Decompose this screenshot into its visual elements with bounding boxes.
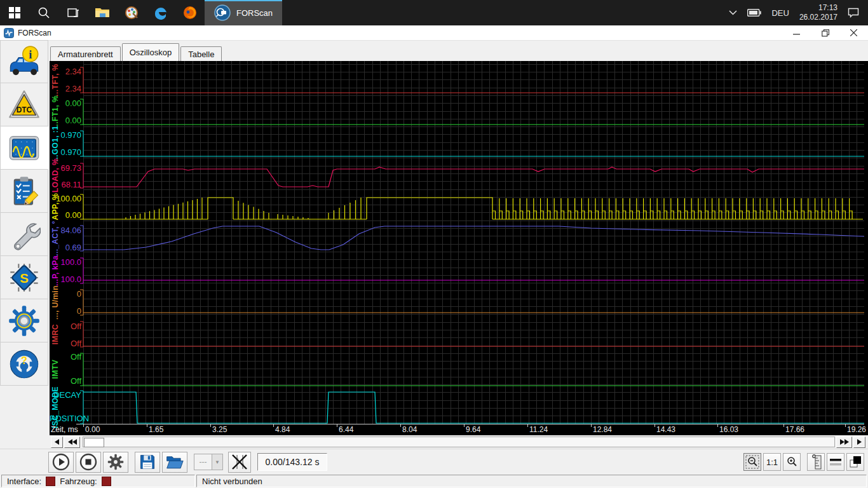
file-explorer-button[interactable] [88, 0, 117, 25]
arrow-right-icon [857, 439, 862, 445]
keyboard-layout-indicator[interactable]: DEU [771, 8, 789, 18]
markers-off-button[interactable] [228, 452, 251, 473]
minimize-icon [793, 29, 800, 36]
play-icon [52, 453, 70, 471]
channel-value-label: 0.00 [50, 210, 81, 220]
double-arrow-right-icon [840, 439, 849, 445]
markers-crossed-icon [231, 454, 248, 470]
oscilloscope-plot[interactable] [50, 61, 868, 435]
save-button[interactable] [135, 452, 160, 473]
sidebar-item-tests[interactable] [0, 170, 48, 213]
test-checklist-icon [8, 175, 41, 208]
signal-select-dropdown[interactable]: --- ▼ [194, 454, 223, 470]
app-window-icon [4, 28, 14, 38]
sidebar-item-help[interactable]: ? [0, 342, 48, 386]
stop-button[interactable] [76, 452, 101, 473]
window-titlebar[interactable]: FORScan [0, 25, 868, 41]
oscilloscope-icon [8, 132, 41, 165]
open-button[interactable] [162, 452, 187, 473]
play-button[interactable] [48, 452, 74, 473]
scroll-step-right-button[interactable] [853, 437, 865, 448]
time-tick-label: 12.84 [593, 425, 612, 434]
double-arrow-left-icon [68, 439, 77, 445]
time-tick-label: 9.64 [466, 425, 480, 434]
close-icon [850, 29, 857, 36]
zoom-out-button[interactable] [743, 453, 761, 471]
status-bar: Interface: Fahrzeug: Nicht verbunden [0, 474, 868, 488]
color-scheme-button[interactable] [846, 453, 864, 471]
channel-value-label: 0 [50, 306, 81, 316]
search-icon [37, 6, 50, 19]
svg-text:i: i [29, 48, 32, 61]
zoom-in-button[interactable] [783, 453, 801, 471]
firefox-button[interactable] [175, 0, 205, 25]
start-button[interactable] [0, 0, 29, 25]
maximize-button[interactable] [811, 25, 839, 40]
scroll-page-right-button[interactable] [836, 437, 852, 448]
time-tick-label: 19.26 [847, 425, 866, 434]
scroll-page-left-button[interactable] [64, 437, 80, 448]
interface-status-led [46, 477, 55, 486]
task-view-button[interactable] [58, 0, 88, 25]
chip-icon: S [8, 261, 41, 294]
action-center-icon[interactable] [848, 8, 859, 18]
tab-tabelle[interactable]: Tabelle [180, 46, 222, 61]
clock[interactable]: 17:13 26.02.2017 [799, 3, 837, 22]
sidebar-item-module-programming[interactable]: S [0, 256, 48, 299]
dtc-warning-icon: DTC [8, 88, 41, 121]
time-tick-label: 17.66 [785, 425, 804, 434]
minimize-button[interactable] [782, 25, 811, 40]
ruler-button[interactable] [807, 453, 825, 471]
channel-value-label: Off [50, 352, 81, 362]
zoom-tools-group: 1:1 [742, 453, 868, 471]
taskbar-app-label: FORScan [236, 8, 273, 18]
paint-button[interactable] [117, 0, 146, 25]
edge-icon [153, 5, 168, 20]
hidden-icons-chevron-icon[interactable] [729, 10, 737, 15]
paint-palette-icon [125, 6, 139, 20]
ruler-icon [810, 454, 822, 470]
tab-bar: Armaturenbrett Oszilloskop Tabelle [50, 43, 223, 61]
scroll-thumb[interactable] [84, 438, 104, 447]
zoom-ratio-label: 1:1 [766, 458, 778, 467]
clock-date: 26.02.2017 [799, 13, 837, 22]
time-tick-label: 14.43 [656, 425, 675, 434]
line-thickness-icon [829, 457, 842, 467]
firefox-icon [182, 5, 198, 20]
edge-button[interactable] [146, 0, 175, 25]
channel-value-label: 69.73 [50, 163, 81, 173]
battery-icon[interactable] [747, 9, 761, 17]
close-button[interactable] [839, 25, 868, 40]
time-tick-label: 1.65 [149, 425, 163, 434]
vehicle-label: Fahrzeug: [60, 477, 97, 486]
line-style-button[interactable] [827, 453, 844, 471]
scroll-track[interactable] [83, 437, 835, 447]
scroll-step-left-button[interactable] [51, 437, 63, 448]
tab-oszilloskop[interactable]: Oszilloskop [122, 43, 179, 61]
zoom-reset-button[interactable]: 1:1 [763, 453, 781, 471]
sidebar-item-vehicle-info[interactable]: i [0, 40, 48, 83]
sidebar-item-settings[interactable] [0, 299, 48, 342]
channel-value-label: POSITION [50, 414, 81, 423]
channel-value-label: 100.0 [50, 274, 81, 284]
chevron-down-icon: ▼ [212, 454, 222, 470]
channel-value-label: Off [50, 322, 81, 331]
vehicle-status-led [102, 477, 111, 486]
sidebar-item-dtc-codes[interactable]: DTC [0, 83, 48, 126]
channel-value-label: DECAY [50, 390, 81, 400]
scope-settings-button[interactable] [103, 452, 128, 473]
tab-armaturenbrett[interactable]: Armaturenbrett [50, 46, 121, 61]
channel-value-label: 0.970 [50, 130, 81, 140]
forscan-taskbar-button[interactable]: FORScan [205, 0, 282, 25]
time-tick-label: 8.04 [402, 425, 417, 434]
background-color-icon [848, 455, 862, 469]
tab-label: Oszilloskop [130, 48, 172, 57]
restore-icon [822, 29, 829, 37]
sidebar-item-service-functions[interactable] [0, 213, 48, 256]
channel-value-label: 0.00 [50, 116, 81, 125]
search-button[interactable] [29, 0, 58, 25]
interface-label: Interface: [7, 477, 41, 486]
sidebar-item-oscilloscope[interactable] [0, 126, 48, 170]
time-tick-label: 3.25 [212, 425, 227, 434]
task-view-icon [67, 7, 79, 18]
